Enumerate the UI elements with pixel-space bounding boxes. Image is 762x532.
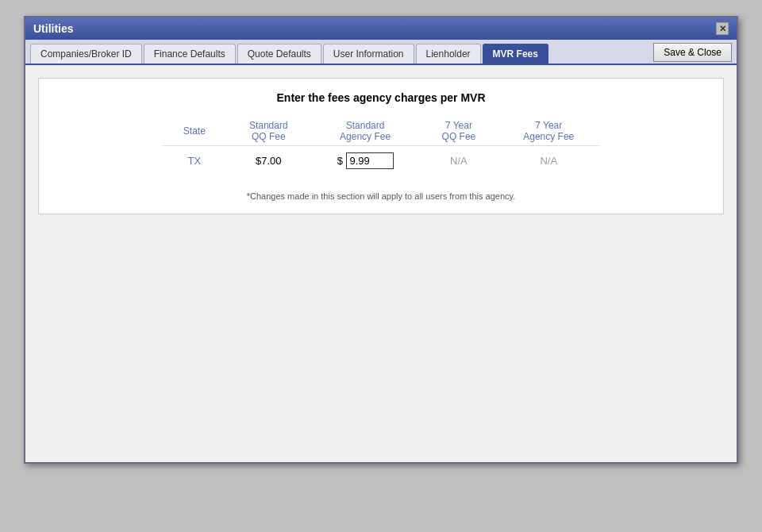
utilities-window: Utilities ✕ Companies/Broker ID Finance … [24, 16, 738, 464]
save-close-button[interactable]: Save & Close [653, 43, 732, 62]
standard-agency-fee-cell: $ [311, 146, 420, 176]
table-row: TX $7.00 $ N/A N/A [163, 146, 599, 176]
state-cell: TX [163, 146, 226, 176]
col-header-standard-qq-fee: StandardQQ Fee [226, 117, 311, 146]
fees-panel: Enter the fees agency charges per MVR St… [38, 78, 724, 214]
col-header-standard-agency-fee: StandardAgency Fee [311, 117, 420, 146]
close-icon[interactable]: ✕ [716, 22, 729, 35]
panel-title: Enter the fees agency charges per MVR [52, 91, 710, 104]
col-header-7year-qq-fee: 7 YearQQ Fee [419, 117, 498, 146]
tab-finance-defaults[interactable]: Finance Defaults [144, 44, 236, 64]
col-header-7year-agency-fee: 7 YearAgency Fee [498, 117, 599, 146]
window-title: Utilities [33, 22, 74, 35]
tab-bar: Companies/Broker ID Finance Defaults Quo… [25, 40, 737, 65]
7year-agency-fee-cell: N/A [498, 146, 599, 176]
main-content: Enter the fees agency charges per MVR St… [25, 65, 737, 462]
title-bar: Utilities ✕ [25, 17, 737, 40]
tab-lienholder[interactable]: Lienholder [416, 44, 481, 64]
7year-qq-fee-cell: N/A [419, 146, 498, 176]
tab-companies-broker-id[interactable]: Companies/Broker ID [30, 44, 142, 64]
tab-user-information[interactable]: User Information [323, 44, 414, 64]
note-text: *Changes made in this section will apply… [52, 191, 710, 201]
fees-table: State StandardQQ Fee StandardAgency Fee … [163, 117, 599, 175]
tab-quote-defaults[interactable]: Quote Defaults [237, 44, 321, 64]
standard-agency-fee-input[interactable] [346, 152, 394, 169]
standard-qq-fee-cell: $7.00 [226, 146, 311, 176]
currency-symbol: $ [337, 155, 343, 167]
tab-mvr-fees[interactable]: MVR Fees [483, 44, 548, 64]
col-header-state: State [163, 117, 226, 146]
